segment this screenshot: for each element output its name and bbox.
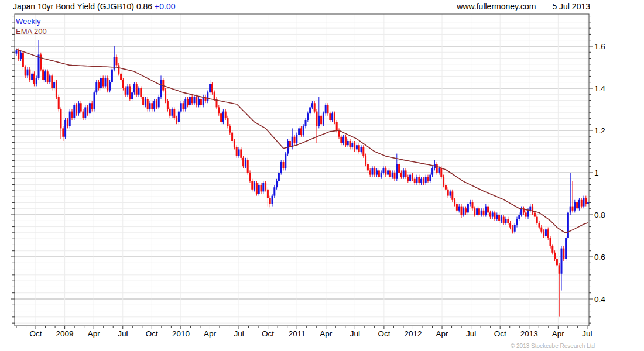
candle-body [183, 103, 184, 109]
candle-body [450, 191, 451, 195]
candle-body [27, 70, 29, 76]
candle-body [340, 137, 342, 143]
candle-body [73, 105, 75, 118]
candle-body [272, 196, 273, 204]
y-axis-label: 1 [594, 168, 599, 177]
candle-body [160, 80, 162, 97]
candle-body [95, 82, 97, 92]
candle-body [545, 229, 547, 236]
candle-body [323, 113, 324, 124]
candle-body [318, 116, 320, 126]
x-axis-label: Jul [582, 329, 592, 338]
candle-body [536, 217, 538, 223]
candle-body [509, 223, 511, 227]
candle-body [249, 173, 251, 181]
candle-body [383, 168, 385, 173]
candle-body [387, 170, 389, 174]
candle-body [403, 170, 405, 177]
candle-body [80, 103, 82, 111]
candle-body [481, 211, 482, 215]
candle-body [122, 80, 124, 88]
candle-body [296, 135, 297, 143]
candle-body [532, 207, 533, 213]
candle-body [465, 208, 467, 212]
candle-body [129, 86, 131, 99]
candle-body [431, 168, 433, 175]
candle-body [240, 149, 242, 157]
page-title: Japan 10yr Bond Yield (GJGB10) 0.86 [13, 2, 152, 11]
candle-body [456, 204, 458, 211]
candle-body [16, 50, 18, 53]
candle-body [483, 211, 485, 215]
candle-body [196, 97, 197, 105]
candle-body [262, 183, 264, 191]
candle-body [381, 173, 382, 177]
candle-body [307, 113, 309, 120]
candle-body [365, 156, 366, 164]
x-axis-label: Apr [204, 329, 217, 338]
candle-body [407, 177, 409, 181]
candle-body [238, 149, 240, 156]
candle-body [454, 200, 455, 204]
candle-body [22, 53, 24, 67]
candle-body [102, 78, 104, 86]
candle-body [273, 187, 275, 195]
candle-body [105, 78, 107, 86]
candle-body [53, 82, 55, 88]
candle-body [298, 128, 300, 135]
candle-body [140, 88, 142, 97]
candle-body [107, 78, 108, 91]
candle-body [169, 109, 171, 116]
candle-body [427, 177, 429, 181]
candle-body [167, 101, 169, 109]
candle-body [280, 162, 282, 173]
candle-body [331, 113, 333, 120]
candle-body [64, 120, 66, 137]
y-axis-label: 1.6 [594, 42, 605, 51]
candle-body [200, 99, 202, 105]
candle-body [151, 103, 153, 109]
candle-body [350, 141, 351, 147]
candle-body [258, 185, 260, 194]
y-axis-label: 0.4 [594, 295, 605, 304]
candle-body [405, 170, 407, 177]
candle-body [158, 97, 160, 107]
candle-body [58, 97, 60, 109]
candle-body [60, 109, 62, 128]
x-axis-label: Apr [88, 329, 101, 338]
candle-body [550, 238, 551, 246]
candle-body [574, 202, 576, 210]
candle-body [198, 99, 200, 105]
candle-body [69, 112, 71, 126]
candle-body [551, 246, 553, 253]
candle-body [385, 168, 386, 175]
candle-body [325, 105, 327, 113]
candle-body [138, 88, 140, 95]
candle-body [78, 103, 80, 113]
candle-body [303, 126, 304, 135]
candle-body [412, 175, 413, 179]
candle-body [423, 179, 424, 183]
candle-body [145, 99, 146, 105]
candle-body [518, 215, 520, 219]
legend-timeframe: Weekly [16, 16, 47, 26]
candle-body [529, 207, 531, 211]
site-url-text: www.fullermoney.com [457, 2, 536, 11]
candle-body [567, 212, 569, 238]
candle-body [554, 253, 556, 259]
header-right: www.fullermoney.com 5 Jul 2013 [457, 2, 590, 11]
candle-body [559, 265, 560, 273]
chart-date: 5 Jul 2013 [552, 2, 590, 11]
candle-body [489, 212, 491, 216]
candle-body [578, 200, 580, 208]
candle-body [461, 207, 463, 215]
candle-body [267, 190, 269, 198]
candle-body [494, 212, 496, 219]
candle-body [214, 92, 215, 99]
candle-body [218, 107, 220, 113]
candle-body [71, 112, 73, 118]
candle-body [534, 212, 536, 216]
candle-body [425, 177, 427, 183]
candle-body [512, 228, 513, 232]
candle-body [236, 147, 238, 156]
